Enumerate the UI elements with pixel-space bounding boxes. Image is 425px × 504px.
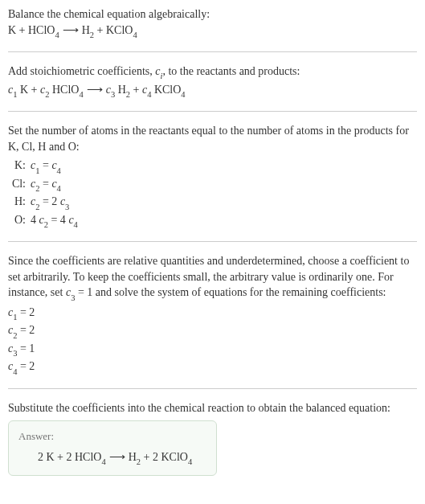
substitute-text: Substitute the coefficients into the che… [8,400,417,416]
divider [8,388,417,389]
atom-balance-intro: Set the number of atoms in the reactants… [8,123,417,154]
atom-eq-k: c1 = c4 [31,158,61,175]
section-coefficients: Add stoichiometric coefficients, ci, to … [8,64,417,100]
table-row: H: c2 = 2 c3 [11,194,417,211]
solve-text-b: and solve the system of equations for th… [92,286,386,298]
problem-line1: Balance the chemical equation algebraica… [8,6,417,23]
table-row: O: 4 c2 = 4 c4 [11,212,417,230]
table-row: Cl: c2 = c4 [11,176,417,194]
answer-label: Answer: [18,429,206,444]
coeff-intro-a: Add stoichiometric coefficients, [8,65,155,77]
unbalanced-equation: K + HClO4⟶H2 + KClO4 [8,23,417,40]
coeff-intro: Add stoichiometric coefficients, ci, to … [8,64,417,81]
generic-equation: c1 K + c2 HClO4⟶c3 H2 + c4 KClO4 [8,82,417,100]
coefficient-solution: c1 = 2 c2 = 2 c3 = 1 c4 = 2 [8,305,417,377]
answer-box: Answer: 2 K + 2 HClO4⟶H2 + 2 KClO4 [8,420,217,476]
c3-value: c3 = 1 [8,341,417,359]
coeff-intro-c: , to the reactants and products: [162,65,300,77]
atom-eq-h: c2 = 2 c3 [31,194,69,211]
atom-eq-cl: c2 = c4 [31,176,61,194]
divider [8,111,417,112]
balanced-equation: 2 K + 2 HClO4⟶H2 + 2 KClO4 [18,449,206,467]
atom-balance-table: K: c1 = c4 Cl: c2 = c4 H: c2 = 2 c3 O: 4… [11,158,417,230]
section-solve: Since the coefficients are relative quan… [8,253,417,377]
divider [8,241,417,242]
solve-text: Since the coefficients are relative quan… [8,253,417,303]
c4-value: c4 = 2 [8,359,417,376]
c1-value: c1 = 2 [8,305,417,322]
atom-eq-o: 4 c2 = 4 c4 [31,212,78,230]
atom-key-o: O: [11,212,31,230]
atom-key-k: K: [11,158,31,175]
divider [8,51,417,52]
section-substitute: Substitute the coefficients into the che… [8,400,417,476]
section-problem: Balance the chemical equation algebraica… [8,6,417,40]
table-row: K: c1 = c4 [11,158,417,175]
section-atom-balance: Set the number of atoms in the reactants… [8,123,417,230]
atom-key-h: H: [11,194,31,211]
atom-key-cl: Cl: [11,176,31,194]
c2-value: c2 = 2 [8,322,417,340]
